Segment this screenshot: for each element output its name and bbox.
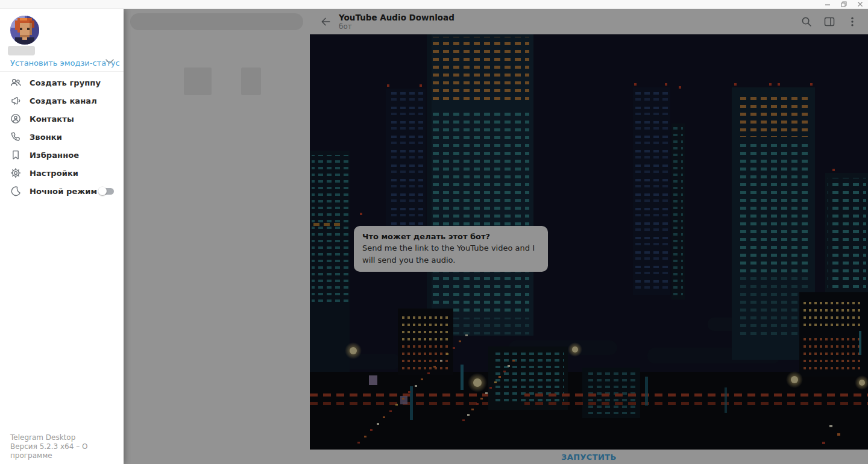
menu-item-night-mode[interactable]: Ночной режим: [0, 182, 124, 200]
menu-dismiss-overlay[interactable]: [124, 9, 868, 464]
drawer-footer: Telegram Desktop Версия 5.2.3 x64 – О пр…: [10, 433, 124, 460]
main-menu-drawer: Установить эмодзи-статус Создать группу: [0, 9, 124, 464]
restore-button[interactable]: [835, 0, 852, 9]
drawer-menu: Создать группу Создать канал Контакт: [0, 71, 124, 200]
menu-item-label: Создать канал: [30, 96, 97, 105]
menu-item-saved-messages[interactable]: Избранное: [0, 146, 124, 164]
menu-item-label: Создать группу: [30, 78, 101, 87]
menu-item-label: Ночной режим: [30, 187, 97, 196]
close-button[interactable]: [852, 0, 868, 9]
night-mode-toggle[interactable]: [98, 187, 114, 195]
create-channel-icon: [10, 95, 22, 107]
minimize-button[interactable]: [819, 0, 835, 9]
calls-icon: [10, 131, 22, 143]
contacts-icon: [10, 113, 22, 125]
toggle-knob: [98, 187, 107, 195]
version-line: Версия 5.2.3 x64 – О программе: [10, 442, 124, 460]
saved-messages-icon: [10, 149, 22, 161]
redacted-username: [8, 46, 35, 55]
menu-item-label: Настройки: [30, 169, 78, 178]
settings-icon: [10, 167, 22, 179]
menu-item-create-channel[interactable]: Создать канал: [0, 92, 124, 110]
menu-item-label: Звонки: [30, 133, 62, 142]
app-name: Telegram Desktop: [10, 433, 124, 442]
close-icon: [857, 1, 863, 7]
version-text: Версия 5.2.3 x64 –: [10, 442, 82, 451]
menu-item-settings[interactable]: Настройки: [0, 164, 124, 182]
menu-item-create-group[interactable]: Создать группу: [0, 74, 124, 92]
collapse-profile-button[interactable]: [105, 55, 115, 67]
avatar-pixel-art: [10, 16, 39, 45]
night-mode-icon: [10, 185, 22, 197]
avatar[interactable]: [10, 16, 39, 45]
chevron-down-icon: [105, 58, 115, 64]
menu-item-label: Контакты: [30, 114, 74, 124]
minimize-icon: [825, 1, 831, 7]
menu-item-calls[interactable]: Звонки: [0, 128, 124, 146]
menu-item-contacts[interactable]: Контакты: [0, 110, 124, 128]
create-group-icon: [10, 77, 22, 89]
emoji-status-link[interactable]: Установить эмодзи-статус: [10, 58, 120, 67]
titlebar: [0, 0, 868, 9]
menu-item-label: Избранное: [30, 151, 79, 160]
restore-icon: [841, 1, 847, 7]
